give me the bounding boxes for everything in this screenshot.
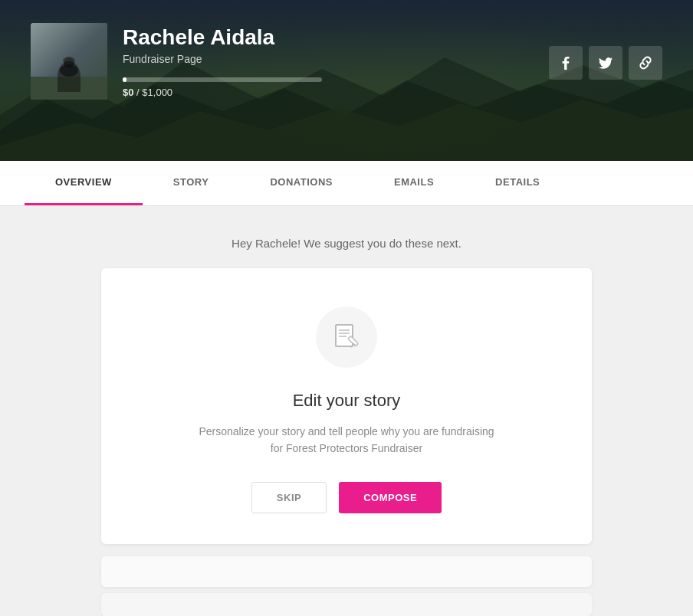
facebook-icon — [562, 56, 570, 70]
card-description: Personalize your story and tell people w… — [193, 423, 500, 457]
fundraiser-name: Rachele Aidala — [123, 25, 534, 50]
skip-button[interactable]: SKIP — [251, 482, 327, 513]
tabs: OVERVIEW STORY DONATIONS EMAILS DETAILS — [25, 161, 668, 205]
avatar — [31, 23, 107, 100]
tab-details[interactable]: DETAILS — [465, 161, 570, 205]
hero-content: Rachele Aidala Fundraiser Page $0 / $1,0… — [0, 0, 693, 123]
progress-amount: $0 / $1,000 — [123, 87, 534, 98]
social-icons — [549, 46, 662, 80]
card-actions: SKIP COMPOSE — [132, 482, 561, 513]
content-inner: Hey Rachele! We suggest you do these nex… — [86, 237, 607, 616]
tabs-container: OVERVIEW STORY DONATIONS EMAILS DETAILS — [0, 161, 693, 206]
fundraiser-subtitle: Fundraiser Page — [123, 53, 534, 65]
avatar-image — [31, 23, 107, 100]
svg-point-8 — [63, 57, 75, 64]
twitter-icon — [599, 57, 613, 69]
card-stub-1 — [101, 556, 592, 587]
story-icon-wrap — [316, 306, 377, 368]
tab-overview[interactable]: OVERVIEW — [25, 161, 143, 205]
tab-donations[interactable]: DONATIONS — [239, 161, 363, 205]
hero-info: Rachele Aidala Fundraiser Page $0 / $1,0… — [123, 25, 534, 98]
tab-emails[interactable]: EMAILS — [363, 161, 465, 205]
link-icon — [639, 56, 652, 70]
progress-bar-fill — [123, 77, 126, 82]
svg-rect-5 — [31, 77, 107, 100]
tab-story[interactable]: STORY — [143, 161, 240, 205]
link-button[interactable] — [629, 46, 662, 80]
twitter-button[interactable] — [589, 46, 622, 80]
progress-bar-container — [123, 77, 322, 82]
facebook-button[interactable] — [549, 46, 583, 80]
compose-button[interactable]: COMPOSE — [339, 482, 442, 513]
card-title: Edit your story — [132, 391, 561, 411]
card-stub-2 — [101, 593, 592, 616]
story-card: Edit your story Personalize your story a… — [101, 268, 592, 544]
main-content: Hey Rachele! We suggest you do these nex… — [0, 206, 693, 616]
svg-rect-9 — [336, 325, 353, 346]
edit-story-icon — [331, 322, 362, 352]
suggestion-text: Hey Rachele! We suggest you do these nex… — [101, 237, 592, 250]
hero-banner: Rachele Aidala Fundraiser Page $0 / $1,0… — [0, 0, 693, 161]
svg-point-6 — [60, 64, 78, 77]
